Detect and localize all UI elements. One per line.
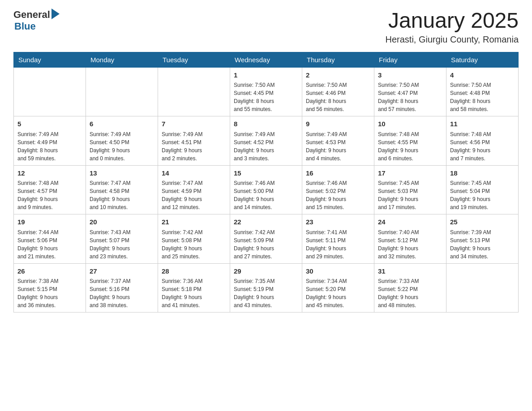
day-info: Sunrise: 7:49 AMSunset: 4:51 PMDaylight:…: [162, 130, 226, 163]
calendar-cell: 7Sunrise: 7:49 AMSunset: 4:51 PMDaylight…: [158, 116, 230, 166]
calendar-week-row: 1Sunrise: 7:50 AMSunset: 4:45 PMDaylight…: [14, 67, 519, 116]
day-number: 10: [378, 119, 442, 129]
day-number: 7: [162, 119, 226, 129]
day-number: 4: [450, 70, 515, 81]
calendar-cell: 28Sunrise: 7:36 AMSunset: 5:18 PMDayligh…: [158, 263, 230, 313]
day-info: Sunrise: 7:50 AMSunset: 4:45 PMDaylight:…: [234, 81, 298, 113]
calendar-cell: [86, 67, 158, 116]
calendar-week-row: 5Sunrise: 7:49 AMSunset: 4:49 PMDaylight…: [14, 116, 519, 166]
day-info: Sunrise: 7:35 AMSunset: 5:19 PMDaylight:…: [234, 277, 298, 309]
day-number: 25: [450, 217, 515, 227]
day-info: Sunrise: 7:48 AMSunset: 4:56 PMDaylight:…: [450, 130, 515, 163]
calendar-cell: 8Sunrise: 7:49 AMSunset: 4:52 PMDaylight…: [230, 116, 302, 166]
calendar-cell: 20Sunrise: 7:43 AMSunset: 5:07 PMDayligh…: [86, 214, 158, 264]
page-title: January 2025: [385, 9, 519, 33]
day-number: 6: [90, 119, 154, 129]
day-number: 8: [234, 119, 298, 129]
day-info: Sunrise: 7:50 AMSunset: 4:48 PMDaylight:…: [450, 81, 515, 113]
day-number: 23: [306, 217, 370, 227]
calendar-week-row: 12Sunrise: 7:48 AMSunset: 4:57 PMDayligh…: [14, 165, 519, 214]
day-info: Sunrise: 7:42 AMSunset: 5:08 PMDaylight:…: [162, 228, 226, 261]
calendar-cell: 19Sunrise: 7:44 AMSunset: 5:06 PMDayligh…: [14, 214, 86, 264]
calendar-cell: 25Sunrise: 7:39 AMSunset: 5:13 PMDayligh…: [446, 214, 519, 264]
calendar-cell: 16Sunrise: 7:46 AMSunset: 5:02 PMDayligh…: [302, 165, 374, 214]
calendar-cell: 9Sunrise: 7:49 AMSunset: 4:53 PMDaylight…: [302, 116, 374, 166]
day-info: Sunrise: 7:42 AMSunset: 5:09 PMDaylight:…: [234, 228, 298, 261]
day-number: 21: [162, 217, 226, 227]
day-info: Sunrise: 7:45 AMSunset: 5:03 PMDaylight:…: [378, 179, 442, 211]
calendar-cell: 27Sunrise: 7:37 AMSunset: 5:16 PMDayligh…: [86, 263, 158, 313]
calendar-cell: 4Sunrise: 7:50 AMSunset: 4:48 PMDaylight…: [446, 67, 519, 116]
day-number: 17: [378, 168, 442, 179]
day-info: Sunrise: 7:50 AMSunset: 4:46 PMDaylight:…: [306, 81, 370, 113]
day-info: Sunrise: 7:49 AMSunset: 4:49 PMDaylight:…: [17, 130, 82, 163]
calendar-cell: 31Sunrise: 7:33 AMSunset: 5:22 PMDayligh…: [374, 263, 446, 313]
calendar-day-header: Saturday: [446, 52, 519, 67]
calendar-header-row: SundayMondayTuesdayWednesdayThursdayFrid…: [14, 52, 519, 67]
day-info: Sunrise: 7:46 AMSunset: 5:02 PMDaylight:…: [306, 179, 370, 211]
day-number: 19: [17, 217, 82, 227]
calendar-cell: 22Sunrise: 7:42 AMSunset: 5:09 PMDayligh…: [230, 214, 302, 264]
calendar-week-row: 26Sunrise: 7:38 AMSunset: 5:15 PMDayligh…: [14, 263, 519, 313]
day-info: Sunrise: 7:48 AMSunset: 4:57 PMDaylight:…: [17, 179, 82, 211]
day-info: Sunrise: 7:46 AMSunset: 5:00 PMDaylight:…: [234, 179, 298, 211]
day-number: 28: [162, 266, 226, 277]
calendar-day-header: Friday: [374, 52, 446, 67]
calendar-day-header: Monday: [86, 52, 158, 67]
calendar-cell: 13Sunrise: 7:47 AMSunset: 4:58 PMDayligh…: [86, 165, 158, 214]
day-number: 29: [234, 266, 298, 277]
day-number: 15: [234, 168, 298, 179]
title-block: January 2025 Herasti, Giurgiu County, Ro…: [385, 9, 519, 45]
day-number: 24: [378, 217, 442, 227]
calendar-cell: 3Sunrise: 7:50 AMSunset: 4:47 PMDaylight…: [374, 67, 446, 116]
day-number: 11: [450, 119, 515, 129]
day-info: Sunrise: 7:33 AMSunset: 5:22 PMDaylight:…: [378, 277, 442, 309]
calendar-day-header: Sunday: [14, 52, 86, 67]
calendar-cell: 17Sunrise: 7:45 AMSunset: 5:03 PMDayligh…: [374, 165, 446, 214]
calendar-cell: [158, 67, 230, 116]
day-number: 12: [17, 168, 82, 179]
day-info: Sunrise: 7:49 AMSunset: 4:52 PMDaylight:…: [234, 130, 298, 163]
calendar-cell: 21Sunrise: 7:42 AMSunset: 5:08 PMDayligh…: [158, 214, 230, 264]
calendar-cell: 23Sunrise: 7:41 AMSunset: 5:11 PMDayligh…: [302, 214, 374, 264]
day-number: 27: [90, 266, 154, 277]
day-number: 14: [162, 168, 226, 179]
calendar-cell: [446, 263, 519, 313]
day-number: 13: [90, 168, 154, 179]
day-number: 2: [306, 70, 370, 81]
calendar-cell: 26Sunrise: 7:38 AMSunset: 5:15 PMDayligh…: [14, 263, 86, 313]
calendar-cell: 10Sunrise: 7:48 AMSunset: 4:55 PMDayligh…: [374, 116, 446, 166]
day-number: 1: [234, 70, 298, 81]
day-info: Sunrise: 7:49 AMSunset: 4:50 PMDaylight:…: [90, 130, 154, 163]
day-info: Sunrise: 7:34 AMSunset: 5:20 PMDaylight:…: [306, 277, 370, 309]
day-number: 9: [306, 119, 370, 129]
page-header: General Blue January 2025 Herasti, Giurg…: [13, 9, 519, 45]
day-info: Sunrise: 7:36 AMSunset: 5:18 PMDaylight:…: [162, 277, 226, 309]
day-info: Sunrise: 7:48 AMSunset: 4:55 PMDaylight:…: [378, 130, 442, 163]
day-number: 16: [306, 168, 370, 179]
day-number: 18: [450, 168, 515, 179]
logo-general-text: General: [13, 9, 50, 21]
day-number: 20: [90, 217, 154, 227]
calendar-cell: 14Sunrise: 7:47 AMSunset: 4:59 PMDayligh…: [158, 165, 230, 214]
day-info: Sunrise: 7:47 AMSunset: 4:58 PMDaylight:…: [90, 179, 154, 211]
calendar-day-header: Wednesday: [230, 52, 302, 67]
calendar-cell: 2Sunrise: 7:50 AMSunset: 4:46 PMDaylight…: [302, 67, 374, 116]
calendar-cell: 29Sunrise: 7:35 AMSunset: 5:19 PMDayligh…: [230, 263, 302, 313]
calendar-cell: [14, 67, 86, 116]
day-number: 31: [378, 266, 442, 277]
day-number: 30: [306, 266, 370, 277]
calendar-cell: 1Sunrise: 7:50 AMSunset: 4:45 PMDaylight…: [230, 67, 302, 116]
day-number: 22: [234, 217, 298, 227]
page-subtitle: Herasti, Giurgiu County, Romania: [385, 34, 519, 45]
calendar-day-header: Tuesday: [158, 52, 230, 67]
calendar-cell: 11Sunrise: 7:48 AMSunset: 4:56 PMDayligh…: [446, 116, 519, 166]
calendar-week-row: 19Sunrise: 7:44 AMSunset: 5:06 PMDayligh…: [14, 214, 519, 264]
calendar-cell: 12Sunrise: 7:48 AMSunset: 4:57 PMDayligh…: [14, 165, 86, 214]
day-info: Sunrise: 7:44 AMSunset: 5:06 PMDaylight:…: [17, 228, 82, 261]
logo-blue-text: Blue: [14, 21, 36, 32]
logo-arrow-icon: [51, 9, 60, 19]
day-info: Sunrise: 7:47 AMSunset: 4:59 PMDaylight:…: [162, 179, 226, 211]
day-number: 5: [17, 119, 82, 129]
calendar-cell: 30Sunrise: 7:34 AMSunset: 5:20 PMDayligh…: [302, 263, 374, 313]
